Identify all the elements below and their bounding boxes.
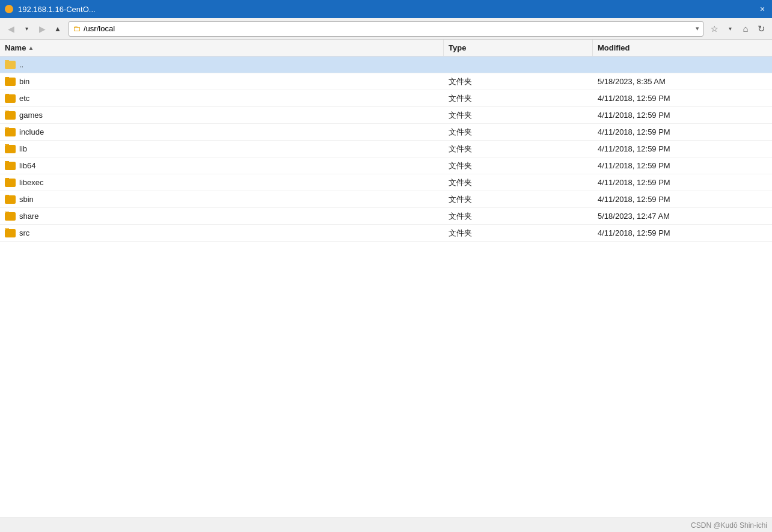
file-name-text: lib64	[19, 161, 35, 170]
file-modified-cell: 5/18/2023, 12:47 AM	[593, 212, 772, 221]
table-row[interactable]: sbin文件夹4/11/2018, 12:59 PM	[0, 191, 772, 208]
toolbar-right: ☆ ▾ ⌂ ↻	[707, 22, 768, 36]
file-name-text: sbin	[19, 195, 34, 204]
file-modified-cell: 5/18/2023, 8:35 AM	[593, 77, 772, 86]
file-name-text: libexec	[19, 178, 43, 187]
column-modified-header[interactable]: Modified	[593, 40, 772, 56]
address-input[interactable]	[84, 24, 696, 33]
file-name-cell: etc	[0, 94, 444, 103]
file-type-cell: 文件夹	[444, 110, 593, 121]
folder-icon	[5, 212, 16, 221]
table-row[interactable]: etc文件夹4/11/2018, 12:59 PM	[0, 90, 772, 107]
folder-icon	[5, 78, 16, 86]
table-row[interactable]: bin文件夹5/18/2023, 8:35 AM	[0, 73, 772, 90]
table-row[interactable]: include文件夹4/11/2018, 12:59 PM	[0, 124, 772, 141]
file-type-cell: 文件夹	[444, 194, 593, 205]
file-type-cell: 文件夹	[444, 161, 593, 171]
table-row[interactable]: src文件夹4/11/2018, 12:59 PM	[0, 225, 772, 242]
title-dot	[5, 5, 13, 13]
sort-arrow-icon: ▲	[28, 44, 34, 51]
table-row[interactable]: ..	[0, 57, 772, 73]
file-name-text: lib	[19, 144, 27, 153]
title-text: 192.168.1.16-CentO...	[18, 5, 753, 14]
table-row[interactable]: lib64文件夹4/11/2018, 12:59 PM	[0, 157, 772, 174]
file-name-cell: libexec	[0, 178, 444, 187]
close-button[interactable]: ×	[758, 4, 767, 14]
file-name-text: include	[19, 127, 44, 136]
table-row[interactable]: share文件夹5/18/2023, 12:47 AM	[0, 208, 772, 225]
file-type-cell: 文件夹	[444, 93, 593, 104]
file-modified-cell: 4/11/2018, 12:59 PM	[593, 111, 772, 120]
address-dropdown-icon[interactable]: ▾	[696, 25, 699, 32]
up-button[interactable]: ▲	[51, 22, 65, 36]
file-list: ..bin文件夹5/18/2023, 8:35 AMetc文件夹4/11/201…	[0, 57, 772, 518]
file-modified-cell: 4/11/2018, 12:59 PM	[593, 228, 772, 237]
file-name-text: bin	[19, 77, 29, 86]
file-name-cell: lib64	[0, 161, 444, 170]
file-name-text: src	[19, 228, 29, 237]
file-type-cell: 文件夹	[444, 127, 593, 138]
folder-icon	[5, 195, 16, 204]
address-bar[interactable]: 🗀 ▾	[69, 21, 703, 37]
bookmark-button[interactable]: ☆	[707, 22, 721, 36]
home-button[interactable]: ⌂	[738, 22, 753, 36]
file-type-cell: 文件夹	[444, 144, 593, 154]
refresh-button[interactable]: ↻	[754, 22, 768, 36]
table-row[interactable]: libexec文件夹4/11/2018, 12:59 PM	[0, 174, 772, 191]
file-name-text: etc	[19, 94, 29, 103]
folder-icon	[5, 61, 16, 69]
file-type-cell: 文件夹	[444, 211, 593, 222]
file-name-text: games	[19, 111, 43, 120]
column-name-header[interactable]: Name ▲	[0, 40, 444, 56]
folder-icon	[5, 145, 16, 153]
file-modified-cell: 4/11/2018, 12:59 PM	[593, 195, 772, 204]
file-list-header: Name ▲ Type Modified	[0, 40, 772, 57]
file-name-cell: lib	[0, 144, 444, 153]
address-folder-icon: 🗀	[73, 24, 81, 33]
file-name-cell: games	[0, 111, 444, 120]
folder-icon	[5, 94, 16, 103]
file-name-cell: src	[0, 228, 444, 237]
table-row[interactable]: games文件夹4/11/2018, 12:59 PM	[0, 107, 772, 124]
file-modified-cell: 4/11/2018, 12:59 PM	[593, 127, 772, 136]
file-name-cell: include	[0, 127, 444, 136]
file-name-cell: bin	[0, 77, 444, 86]
file-type-cell: 文件夹	[444, 177, 593, 188]
folder-icon	[5, 111, 16, 120]
file-name-text: share	[19, 212, 39, 221]
file-name-cell: sbin	[0, 195, 444, 204]
file-name-cell: ..	[0, 60, 444, 69]
file-type-cell: 文件夹	[444, 228, 593, 239]
toolbar: ◀ ▾ ▶ ▲ 🗀 ▾ ☆ ▾ ⌂ ↻	[0, 18, 772, 40]
file-modified-cell: 4/11/2018, 12:59 PM	[593, 178, 772, 187]
file-type-cell: 文件夹	[444, 76, 593, 87]
folder-icon	[5, 179, 16, 187]
file-modified-cell: 4/11/2018, 12:59 PM	[593, 144, 772, 153]
folder-icon	[5, 128, 16, 136]
bookmark-dropdown-button[interactable]: ▾	[723, 22, 737, 36]
down-arrow-button[interactable]: ▾	[19, 22, 34, 36]
file-modified-cell: 4/11/2018, 12:59 PM	[593, 161, 772, 170]
folder-icon	[5, 162, 16, 170]
column-type-header[interactable]: Type	[444, 40, 593, 56]
back-button[interactable]: ◀	[4, 22, 18, 36]
forward-button[interactable]: ▶	[35, 22, 49, 36]
table-row[interactable]: lib文件夹4/11/2018, 12:59 PM	[0, 141, 772, 157]
folder-icon	[5, 229, 16, 237]
title-bar: 192.168.1.16-CentO... ×	[0, 0, 772, 18]
file-modified-cell: 4/11/2018, 12:59 PM	[593, 94, 772, 103]
file-name-text: ..	[19, 60, 23, 69]
file-name-cell: share	[0, 212, 444, 221]
